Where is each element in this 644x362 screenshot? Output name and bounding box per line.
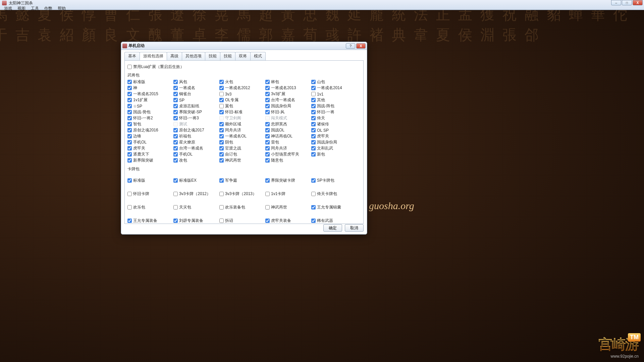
general-pack-checkbox[interactable] bbox=[127, 140, 132, 144]
tab-4[interactable]: 技能 bbox=[205, 52, 220, 60]
general-pack-checkbox[interactable] bbox=[219, 152, 224, 157]
general-pack-checkbox[interactable] bbox=[219, 146, 224, 150]
main-minimize-button[interactable]: – bbox=[611, 0, 621, 5]
tab-3[interactable]: 其他选项 bbox=[182, 52, 205, 60]
general-pack-checkbox[interactable] bbox=[219, 128, 224, 132]
tab-1[interactable]: 游戏包选择 bbox=[140, 52, 167, 60]
general-pack-checkbox[interactable] bbox=[265, 122, 270, 126]
card-pack-checkbox[interactable] bbox=[265, 192, 270, 196]
general-pack-checkbox[interactable] bbox=[311, 128, 316, 132]
general-pack-checkbox[interactable] bbox=[311, 92, 316, 96]
main-close-button[interactable]: X bbox=[633, 0, 643, 5]
card-pack-checkbox[interactable] bbox=[265, 205, 270, 209]
general-pack-checkbox[interactable] bbox=[311, 140, 316, 144]
card-pack-checkbox[interactable] bbox=[311, 178, 316, 183]
general-pack-checkbox[interactable] bbox=[219, 110, 224, 114]
general-pack-checkbox[interactable] bbox=[173, 98, 178, 102]
general-pack-checkbox[interactable] bbox=[265, 92, 270, 96]
general-pack-checkbox[interactable] bbox=[127, 86, 132, 90]
dialog-close-button[interactable]: X bbox=[356, 43, 366, 49]
general-pack-checkbox[interactable] bbox=[219, 86, 224, 90]
card-pack-checkbox[interactable] bbox=[311, 219, 316, 223]
dialog-titlebar[interactable]: 单机启动 ? X bbox=[121, 42, 367, 50]
card-pack-checkbox[interactable] bbox=[219, 219, 224, 223]
general-pack-checkbox[interactable] bbox=[173, 110, 178, 114]
tab-6[interactable]: 双将 bbox=[235, 52, 251, 60]
general-pack-checkbox[interactable] bbox=[127, 110, 132, 114]
general-pack-checkbox[interactable] bbox=[311, 122, 316, 126]
general-pack-checkbox[interactable] bbox=[127, 146, 132, 150]
general-pack-checkbox[interactable] bbox=[219, 122, 224, 126]
general-pack-checkbox[interactable] bbox=[173, 158, 178, 163]
general-pack-checkbox[interactable] bbox=[127, 80, 132, 84]
general-pack-checkbox[interactable] bbox=[127, 104, 132, 108]
tab-0[interactable]: 基本 bbox=[124, 52, 140, 60]
tab-7[interactable]: 模式 bbox=[250, 52, 266, 60]
general-pack-checkbox[interactable] bbox=[127, 122, 132, 126]
general-pack-checkbox[interactable] bbox=[219, 104, 224, 108]
general-pack-checkbox[interactable] bbox=[311, 152, 316, 157]
cancel-button[interactable]: 取消 bbox=[345, 224, 364, 232]
card-pack-checkbox[interactable] bbox=[311, 192, 316, 196]
general-pack-checkbox[interactable] bbox=[265, 158, 270, 163]
general-pack-checkbox[interactable] bbox=[173, 152, 178, 157]
general-pack-checkbox[interactable] bbox=[311, 86, 316, 90]
general-pack-checkbox[interactable] bbox=[173, 104, 178, 108]
general-pack-checkbox[interactable] bbox=[311, 116, 316, 120]
general-pack-checkbox[interactable] bbox=[265, 80, 270, 84]
general-pack-checkbox[interactable] bbox=[173, 80, 178, 84]
general-pack-checkbox[interactable] bbox=[219, 158, 224, 163]
card-pack-checkbox[interactable] bbox=[127, 192, 132, 196]
menu-item-3[interactable]: 作弊 bbox=[42, 6, 55, 11]
general-pack-checkbox[interactable] bbox=[265, 146, 270, 150]
tab-2[interactable]: 高级 bbox=[167, 52, 182, 60]
general-pack-checkbox[interactable] bbox=[219, 134, 224, 138]
general-pack-checkbox[interactable] bbox=[219, 98, 224, 102]
general-pack-checkbox[interactable] bbox=[265, 152, 270, 157]
general-pack-checkbox[interactable] bbox=[173, 128, 178, 132]
card-pack-checkbox[interactable] bbox=[219, 192, 224, 196]
dialog-help-button[interactable]: ? bbox=[346, 43, 355, 49]
general-pack-checkbox[interactable] bbox=[311, 104, 316, 108]
general-pack-checkbox[interactable] bbox=[265, 134, 270, 138]
card-pack-checkbox[interactable] bbox=[173, 192, 178, 196]
general-pack-checkbox[interactable] bbox=[127, 128, 132, 132]
general-pack-checkbox[interactable] bbox=[265, 86, 270, 90]
tab-5[interactable]: 技能 bbox=[220, 52, 235, 60]
general-pack-checkbox[interactable] bbox=[173, 86, 178, 90]
card-pack-checkbox[interactable] bbox=[265, 219, 270, 223]
card-pack-checkbox[interactable] bbox=[311, 205, 316, 209]
general-pack-checkbox[interactable] bbox=[219, 92, 224, 96]
general-pack-checkbox[interactable] bbox=[265, 140, 270, 144]
general-pack-checkbox[interactable] bbox=[311, 146, 316, 150]
card-pack-checkbox[interactable] bbox=[173, 205, 178, 209]
general-pack-checkbox[interactable] bbox=[173, 134, 178, 138]
menu-item-1[interactable]: 视图 bbox=[15, 6, 28, 11]
general-pack-checkbox[interactable] bbox=[173, 116, 178, 120]
general-pack-checkbox[interactable] bbox=[311, 134, 316, 138]
general-pack-checkbox[interactable] bbox=[127, 134, 132, 138]
general-pack-checkbox[interactable] bbox=[219, 80, 224, 84]
card-pack-checkbox[interactable] bbox=[173, 219, 178, 223]
general-pack-checkbox[interactable] bbox=[173, 92, 178, 96]
card-pack-checkbox[interactable] bbox=[265, 178, 270, 183]
general-pack-checkbox[interactable] bbox=[173, 140, 178, 144]
general-pack-checkbox[interactable] bbox=[127, 158, 132, 163]
general-pack-checkbox[interactable] bbox=[173, 146, 178, 150]
general-pack-checkbox[interactable] bbox=[311, 80, 316, 84]
main-maximize-button[interactable]: □ bbox=[622, 0, 632, 5]
card-pack-checkbox[interactable] bbox=[127, 205, 132, 209]
menu-item-0[interactable]: 游戏 bbox=[1, 6, 15, 11]
general-pack-checkbox[interactable] bbox=[127, 92, 132, 96]
disable-lua-checkbox[interactable] bbox=[127, 65, 132, 69]
general-pack-checkbox[interactable] bbox=[265, 110, 270, 114]
general-pack-checkbox[interactable] bbox=[265, 128, 270, 132]
menu-item-4[interactable]: 帮助 bbox=[55, 6, 68, 11]
card-pack-checkbox[interactable] bbox=[219, 205, 224, 209]
ok-button[interactable]: 确定 bbox=[323, 224, 342, 232]
general-pack-checkbox[interactable] bbox=[311, 98, 316, 102]
general-pack-checkbox[interactable] bbox=[311, 110, 316, 114]
general-pack-checkbox[interactable] bbox=[127, 152, 132, 157]
card-pack-checkbox[interactable] bbox=[173, 178, 178, 183]
general-pack-checkbox[interactable] bbox=[265, 104, 270, 108]
